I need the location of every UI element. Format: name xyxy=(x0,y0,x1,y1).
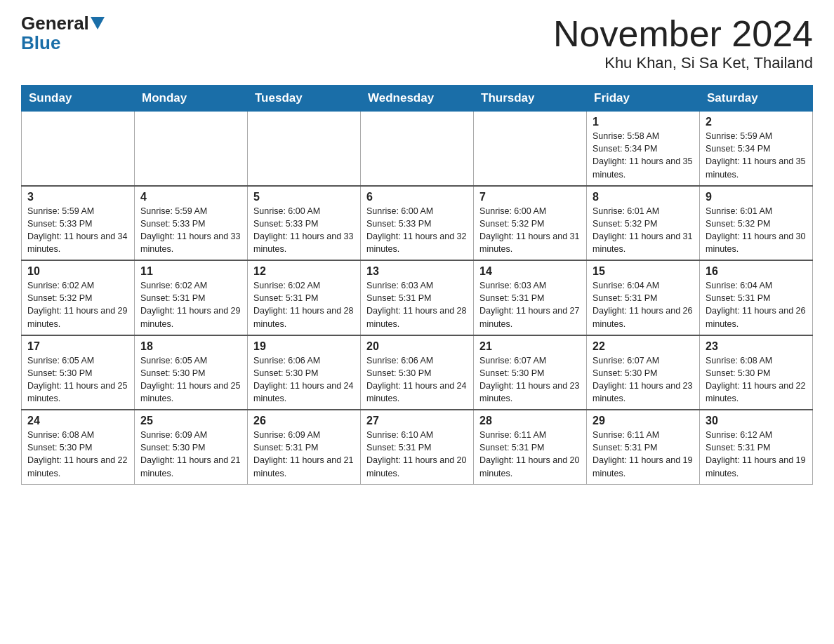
header-saturday: Saturday xyxy=(700,86,813,112)
day-number: 28 xyxy=(479,415,581,427)
location-title: Khu Khan, Si Sa Ket, Thailand xyxy=(553,54,813,72)
day-number: 17 xyxy=(27,340,128,353)
day-info: Sunrise: 6:08 AM Sunset: 5:30 PM Dayligh… xyxy=(706,354,807,405)
day-number: 25 xyxy=(140,415,241,427)
day-number: 12 xyxy=(253,265,355,278)
calendar-cell: 1Sunrise: 5:58 AM Sunset: 5:34 PM Daylig… xyxy=(587,112,700,186)
calendar-cell: 26Sunrise: 6:09 AM Sunset: 5:31 PM Dayli… xyxy=(248,410,361,484)
calendar-cell: 17Sunrise: 6:05 AM Sunset: 5:30 PM Dayli… xyxy=(22,335,135,410)
page-header: General Blue November 2024 Khu Khan, Si … xyxy=(21,14,813,72)
calendar-cell: 2Sunrise: 5:59 AM Sunset: 5:34 PM Daylig… xyxy=(700,112,813,186)
calendar-cell: 20Sunrise: 6:06 AM Sunset: 5:30 PM Dayli… xyxy=(361,335,474,410)
day-number: 14 xyxy=(479,265,581,278)
day-info: Sunrise: 6:05 AM Sunset: 5:30 PM Dayligh… xyxy=(140,354,241,405)
day-info: Sunrise: 6:02 AM Sunset: 5:32 PM Dayligh… xyxy=(27,279,128,330)
calendar-cell: 3Sunrise: 5:59 AM Sunset: 5:33 PM Daylig… xyxy=(22,186,135,261)
day-number: 1 xyxy=(593,116,694,128)
day-info: Sunrise: 6:10 AM Sunset: 5:31 PM Dayligh… xyxy=(366,429,468,480)
day-number: 30 xyxy=(706,415,807,427)
day-number: 3 xyxy=(27,191,128,203)
calendar-week-row: 3Sunrise: 5:59 AM Sunset: 5:33 PM Daylig… xyxy=(22,186,813,261)
day-info: Sunrise: 6:11 AM Sunset: 5:31 PM Dayligh… xyxy=(593,429,694,480)
calendar-cell: 23Sunrise: 6:08 AM Sunset: 5:30 PM Dayli… xyxy=(700,335,813,410)
calendar-cell: 15Sunrise: 6:04 AM Sunset: 5:31 PM Dayli… xyxy=(587,260,700,335)
day-info: Sunrise: 6:04 AM Sunset: 5:31 PM Dayligh… xyxy=(706,279,807,330)
day-info: Sunrise: 6:07 AM Sunset: 5:30 PM Dayligh… xyxy=(479,354,581,405)
day-info: Sunrise: 6:07 AM Sunset: 5:30 PM Dayligh… xyxy=(593,354,694,405)
day-info: Sunrise: 6:03 AM Sunset: 5:31 PM Dayligh… xyxy=(479,279,581,330)
header-wednesday: Wednesday xyxy=(361,86,474,112)
day-info: Sunrise: 5:58 AM Sunset: 5:34 PM Dayligh… xyxy=(593,130,694,181)
calendar-cell: 29Sunrise: 6:11 AM Sunset: 5:31 PM Dayli… xyxy=(587,410,700,484)
day-number: 10 xyxy=(27,265,128,278)
day-number: 9 xyxy=(706,191,807,203)
day-number: 16 xyxy=(706,265,807,278)
calendar-week-row: 24Sunrise: 6:08 AM Sunset: 5:30 PM Dayli… xyxy=(22,410,813,484)
day-info: Sunrise: 5:59 AM Sunset: 5:33 PM Dayligh… xyxy=(140,205,241,256)
calendar-cell: 8Sunrise: 6:01 AM Sunset: 5:32 PM Daylig… xyxy=(587,186,700,261)
day-number: 20 xyxy=(366,340,468,353)
calendar-header-row: SundayMondayTuesdayWednesdayThursdayFrid… xyxy=(22,86,813,112)
day-info: Sunrise: 6:09 AM Sunset: 5:30 PM Dayligh… xyxy=(140,429,241,480)
calendar-week-row: 1Sunrise: 5:58 AM Sunset: 5:34 PM Daylig… xyxy=(22,112,813,186)
day-info: Sunrise: 6:06 AM Sunset: 5:30 PM Dayligh… xyxy=(253,354,355,405)
day-number: 27 xyxy=(366,415,468,427)
day-info: Sunrise: 6:05 AM Sunset: 5:30 PM Dayligh… xyxy=(27,354,128,405)
calendar-cell: 13Sunrise: 6:03 AM Sunset: 5:31 PM Dayli… xyxy=(361,260,474,335)
calendar-cell: 5Sunrise: 6:00 AM Sunset: 5:33 PM Daylig… xyxy=(248,186,361,261)
day-number: 4 xyxy=(140,191,241,203)
calendar-cell: 19Sunrise: 6:06 AM Sunset: 5:30 PM Dayli… xyxy=(248,335,361,410)
calendar-cell: 18Sunrise: 6:05 AM Sunset: 5:30 PM Dayli… xyxy=(135,335,248,410)
day-info: Sunrise: 6:11 AM Sunset: 5:31 PM Dayligh… xyxy=(479,429,581,480)
logo: General Blue xyxy=(21,14,106,54)
day-info: Sunrise: 6:00 AM Sunset: 5:33 PM Dayligh… xyxy=(366,205,468,256)
calendar-cell: 10Sunrise: 6:02 AM Sunset: 5:32 PM Dayli… xyxy=(22,260,135,335)
calendar-cell: 16Sunrise: 6:04 AM Sunset: 5:31 PM Dayli… xyxy=(700,260,813,335)
day-number: 13 xyxy=(366,265,468,278)
calendar-cell xyxy=(474,112,587,186)
calendar-table: SundayMondayTuesdayWednesdayThursdayFrid… xyxy=(21,85,813,485)
logo-blue-text: Blue xyxy=(21,32,60,53)
header-monday: Monday xyxy=(135,86,248,112)
calendar-cell: 7Sunrise: 6:00 AM Sunset: 5:32 PM Daylig… xyxy=(474,186,587,261)
calendar-cell: 28Sunrise: 6:11 AM Sunset: 5:31 PM Dayli… xyxy=(474,410,587,484)
header-sunday: Sunday xyxy=(22,86,135,112)
calendar-week-row: 17Sunrise: 6:05 AM Sunset: 5:30 PM Dayli… xyxy=(22,335,813,410)
day-info: Sunrise: 6:06 AM Sunset: 5:30 PM Dayligh… xyxy=(366,354,468,405)
calendar-cell: 9Sunrise: 6:01 AM Sunset: 5:32 PM Daylig… xyxy=(700,186,813,261)
calendar-cell xyxy=(135,112,248,186)
month-title: November 2024 xyxy=(553,14,813,54)
calendar-cell xyxy=(248,112,361,186)
calendar-cell: 30Sunrise: 6:12 AM Sunset: 5:31 PM Dayli… xyxy=(700,410,813,484)
header-friday: Friday xyxy=(587,86,700,112)
calendar-cell: 21Sunrise: 6:07 AM Sunset: 5:30 PM Dayli… xyxy=(474,335,587,410)
day-info: Sunrise: 6:08 AM Sunset: 5:30 PM Dayligh… xyxy=(27,429,128,480)
day-info: Sunrise: 6:03 AM Sunset: 5:31 PM Dayligh… xyxy=(366,279,468,330)
day-number: 8 xyxy=(593,191,694,203)
day-info: Sunrise: 6:00 AM Sunset: 5:32 PM Dayligh… xyxy=(479,205,581,256)
day-info: Sunrise: 6:00 AM Sunset: 5:33 PM Dayligh… xyxy=(253,205,355,256)
day-number: 6 xyxy=(366,191,468,203)
day-number: 26 xyxy=(253,415,355,427)
day-number: 19 xyxy=(253,340,355,353)
day-info: Sunrise: 6:02 AM Sunset: 5:31 PM Dayligh… xyxy=(253,279,355,330)
logo-triangle-icon xyxy=(91,17,105,29)
day-info: Sunrise: 5:59 AM Sunset: 5:34 PM Dayligh… xyxy=(706,130,807,181)
calendar-cell: 27Sunrise: 6:10 AM Sunset: 5:31 PM Dayli… xyxy=(361,410,474,484)
day-number: 2 xyxy=(706,116,807,128)
day-number: 21 xyxy=(479,340,581,353)
day-number: 23 xyxy=(706,340,807,353)
header-tuesday: Tuesday xyxy=(248,86,361,112)
day-info: Sunrise: 5:59 AM Sunset: 5:33 PM Dayligh… xyxy=(27,205,128,256)
calendar-cell xyxy=(361,112,474,186)
day-info: Sunrise: 6:12 AM Sunset: 5:31 PM Dayligh… xyxy=(706,429,807,480)
calendar-week-row: 10Sunrise: 6:02 AM Sunset: 5:32 PM Dayli… xyxy=(22,260,813,335)
calendar-cell xyxy=(22,112,135,186)
day-info: Sunrise: 6:02 AM Sunset: 5:31 PM Dayligh… xyxy=(140,279,241,330)
day-number: 24 xyxy=(27,415,128,427)
calendar-cell: 11Sunrise: 6:02 AM Sunset: 5:31 PM Dayli… xyxy=(135,260,248,335)
day-number: 18 xyxy=(140,340,241,353)
day-number: 15 xyxy=(593,265,694,278)
calendar-cell: 12Sunrise: 6:02 AM Sunset: 5:31 PM Dayli… xyxy=(248,260,361,335)
calendar-cell: 6Sunrise: 6:00 AM Sunset: 5:33 PM Daylig… xyxy=(361,186,474,261)
